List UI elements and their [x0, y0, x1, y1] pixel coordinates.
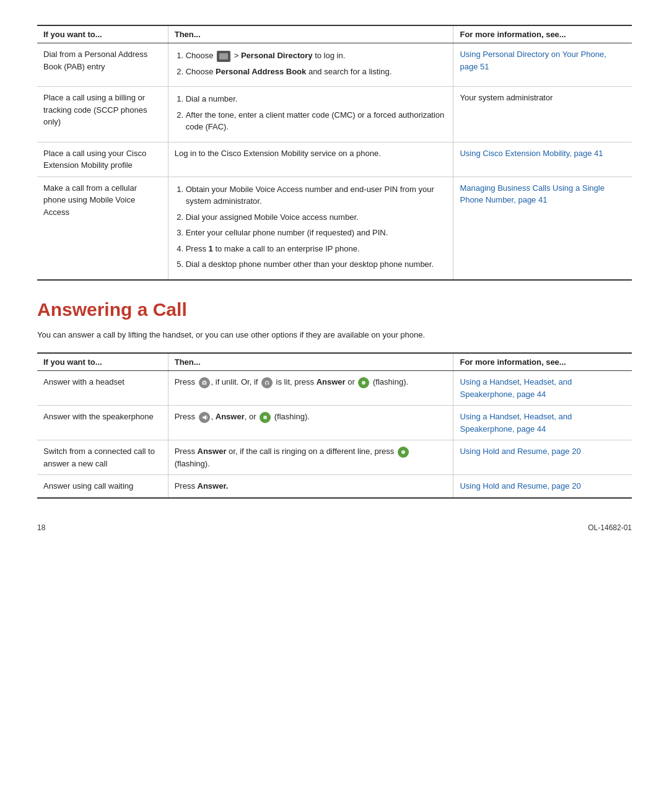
see-col: Using Hold and Resume, page 20: [453, 475, 632, 498]
col3-header: For more information, see...: [453, 25, 632, 43]
table-row last-row: Answer using call waiting Press Answer. …: [37, 475, 632, 498]
table-answering: If you want to... Then... For more infor…: [37, 352, 632, 499]
want-col: Answer with the speakerphone: [37, 406, 168, 440]
see-col: Using Hold and Resume, page 20: [453, 440, 632, 475]
svg-point-4: [401, 450, 405, 454]
want-col: Place a call using your Cisco Extension …: [37, 142, 168, 177]
see-col: Managing Business Calls Using a Single P…: [453, 177, 632, 280]
circle-flash-icon3: [398, 447, 409, 458]
want-col: Answer with a headset: [37, 371, 168, 406]
see-link[interactable]: Using Personal Directory on Your Phone, …: [460, 50, 606, 71]
table-row: Answer with a headset Press , if unlit. …: [37, 371, 632, 406]
then-col: Choose > Personal Directory to log in. C…: [168, 43, 453, 87]
then-col: Obtain your Mobile Voice Access number a…: [168, 177, 453, 280]
headset-icon: [199, 377, 210, 388]
want-col: Answer using call waiting: [37, 475, 168, 498]
table-row last-row: Make a call from a cellular phone using …: [37, 177, 632, 280]
col1-header: If you want to...: [37, 353, 168, 371]
col2-header: Then...: [168, 25, 453, 43]
see-col: Using Cisco Extension Mobility, page 41: [453, 142, 632, 177]
svg-point-1: [362, 381, 365, 385]
see-link[interactable]: Using a Handset, Headset, and Speakerpho…: [460, 412, 572, 434]
col3-header: For more information, see...: [453, 353, 632, 371]
want-col: Place a call using a billing or tracking…: [37, 87, 168, 142]
want-col: Switch from a connected call to answer a…: [37, 440, 168, 475]
table-row: Switch from a connected call to answer a…: [37, 440, 632, 475]
circle-flash-icon: [358, 377, 369, 388]
see-link[interactable]: Using Hold and Resume, page 20: [460, 481, 580, 491]
want-col: Make a call from a cellular phone using …: [37, 177, 168, 280]
speaker-icon: [199, 412, 210, 423]
then-col: Press , Answer, or (flashing).: [168, 406, 453, 440]
svg-rect-2: [203, 416, 204, 418]
see-link[interactable]: Using Hold and Resume, page 20: [460, 447, 580, 456]
svg-point-3: [263, 416, 267, 419]
footer: 18 OL-14682-01: [37, 523, 632, 532]
table-row: Answer with the speakerphone Press , Ans…: [37, 406, 632, 440]
see-col: Using a Handset, Headset, and Speakerpho…: [453, 371, 632, 406]
see-link[interactable]: Managing Business Calls Using a Single P…: [460, 183, 604, 205]
want-col: Dial from a Personal Address Book (PAB) …: [37, 43, 168, 87]
icon-box: [217, 51, 230, 62]
then-col: Press Answer.: [168, 475, 453, 498]
then-col: Press , if unlit. Or, if is lit, press A…: [168, 371, 453, 406]
see-col: Your system administrator: [453, 87, 632, 142]
then-col: Dial a number. After the tone, enter a c…: [168, 87, 453, 142]
see-link[interactable]: Using Cisco Extension Mobility, page 41: [460, 149, 603, 158]
table-row: Place a call using your Cisco Extension …: [37, 142, 632, 177]
footer-page: 18: [37, 523, 45, 532]
see-col: Using Personal Directory on Your Phone, …: [453, 43, 632, 87]
table-dialing: If you want to... Then... For more infor…: [37, 25, 632, 281]
col1-header: If you want to...: [37, 25, 168, 43]
then-col: Press Answer or, if the call is ringing …: [168, 440, 453, 475]
headset-icon2: [261, 377, 273, 388]
circle-flash-icon2: [260, 412, 271, 423]
table-row: Place a call using a billing or tracking…: [37, 87, 632, 142]
table-row: Dial from a Personal Address Book (PAB) …: [37, 43, 632, 87]
see-col: Using a Handset, Headset, and Speakerpho…: [453, 406, 632, 440]
then-col: Log in to the Cisco Extension Mobility s…: [168, 142, 453, 177]
section-intro: You can answer a call by lifting the han…: [37, 329, 632, 342]
col2-header: Then...: [168, 353, 453, 371]
section-heading: Answering a Call: [37, 299, 632, 320]
see-link[interactable]: Using a Handset, Headset, and Speakerpho…: [460, 377, 572, 399]
footer-doc: OL-14682-01: [588, 523, 632, 532]
